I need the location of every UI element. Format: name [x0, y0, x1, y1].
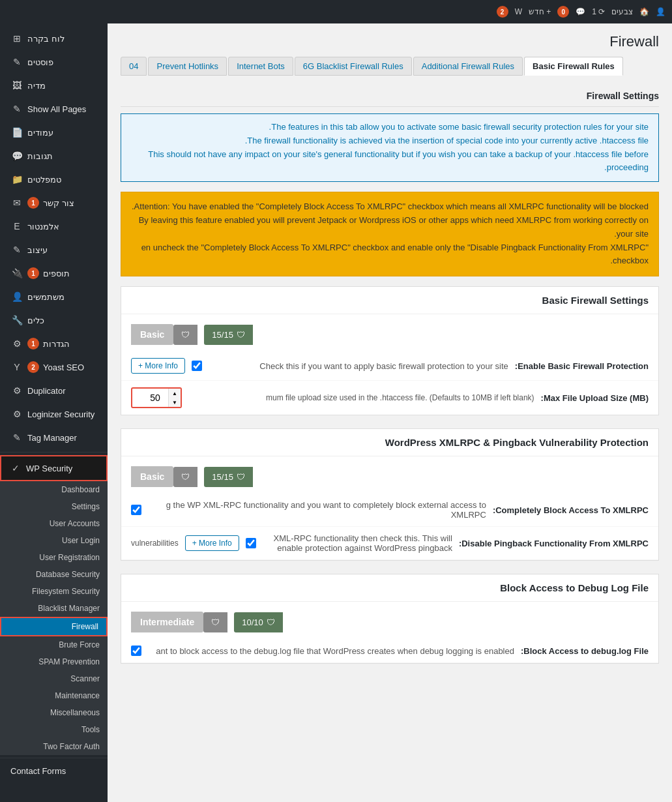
sidebar-item-pages[interactable]: עמודים 📄	[0, 121, 108, 144]
sidebar-item-comments[interactable]: תגובות 💬	[0, 144, 108, 168]
sidebar-sub-miscellaneous[interactable]: Miscellaneous	[0, 704, 108, 721]
sidebar-item-contact[interactable]: צור קשר 1 ✉	[0, 191, 108, 215]
upload-size-desc: mum file upload size used in the .htacce…	[188, 393, 534, 402]
sidebar-sub-user-login[interactable]: User Login	[0, 532, 108, 549]
sidebar-item-label: צור קשר	[43, 198, 74, 208]
settings-badge: 1	[27, 338, 39, 349]
disable-pingback-checkbox[interactable]	[246, 538, 256, 548]
sidebar-item-elementor[interactable]: אלמנטור E	[0, 215, 108, 238]
sidebar-sub-scanner[interactable]: Scanner	[0, 670, 108, 687]
sub-label: Brute Force	[59, 640, 100, 649]
sidebar-divider	[0, 452, 108, 453]
block-xmlrpc-checkbox[interactable]	[131, 505, 141, 515]
sidebar-item-loginizer[interactable]: Loginizer Security ⚙	[0, 402, 108, 426]
block-xmlrpc-label: Completely Block Access To XMLRPC:	[493, 505, 649, 515]
dashboard-icon: ⊞	[10, 32, 23, 45]
sidebar-item-label: Duplicator	[27, 386, 66, 396]
enable-firewall-checkbox[interactable]	[192, 361, 202, 371]
admin-badge-0: 0	[557, 6, 569, 18]
admin-sites-label[interactable]: צבעים	[611, 7, 633, 16]
badge-num: 1	[592, 7, 596, 16]
sidebar-item-wp-security[interactable]: WP Security ✓	[0, 455, 108, 481]
block-debug-row: Block Access to debug.log File: ant to b…	[121, 639, 658, 663]
xmlrpc-shield-green: 🛡 15/15	[204, 467, 253, 487]
sub-label: Maintenance	[55, 691, 100, 700]
sidebar-item-plugins[interactable]: תוספים 1 🔌	[0, 261, 108, 285]
sub-label: Scanner	[70, 674, 100, 683]
admin-home-icon[interactable]: 🏠	[639, 7, 649, 16]
enable-firewall-more-info[interactable]: More Info +	[131, 358, 185, 374]
sidebar-item-dashboard[interactable]: לוח בקרה ⊞	[0, 27, 108, 50]
pingback-more-info[interactable]: More Info +	[185, 535, 239, 551]
sidebar-item-contact-forms[interactable]: Contact Forms	[0, 761, 108, 781]
xmlrpc-shield-grey: 🛡	[173, 467, 197, 487]
sidebar-sub-spam-prevention[interactable]: SPAM Prevention	[0, 653, 108, 670]
upload-size-label: Max File Upload Size (MB):	[541, 393, 649, 403]
tab-prevent-hotlinks[interactable]: Prevent Hotlinks	[148, 57, 227, 76]
sidebar-item-show-all-pages[interactable]: Show All Pages ✎	[0, 97, 108, 121]
sidebar-sub-blacklist-manager[interactable]: Blacklist Manager	[0, 600, 108, 617]
tab-basic-firewall[interactable]: Basic Firewall Rules	[524, 57, 623, 76]
yoast-icon: Y	[10, 361, 23, 374]
sub-label: User Registration	[39, 553, 100, 562]
content-area: Firewall 04 Prevent Hotlinks Internet Bo…	[108, 23, 672, 802]
sidebar-item-users[interactable]: משתמשים 👤	[0, 285, 108, 308]
debug-shield-grey: 🛡	[203, 612, 227, 632]
xmlrpc-score-row: 🛡 15/15 🛡 Basic	[121, 456, 658, 494]
tab-6g-blacklist[interactable]: 6G Blacklist Firewall Rules	[295, 57, 412, 76]
admin-comments-icon[interactable]: 💬	[576, 7, 585, 16]
sidebar-item-settings[interactable]: הגדרות 1 ⚙	[0, 332, 108, 355]
sidebar-item-label: תוספים	[43, 269, 70, 278]
sidebar-sub-brute-force[interactable]: Brute Force	[0, 636, 108, 653]
upload-size-input[interactable]	[132, 389, 168, 406]
sidebar-item-tools[interactable]: כלים 🔧	[0, 308, 108, 332]
sidebar-sub-settings[interactable]: Settings	[0, 498, 108, 515]
sidebar-item-duplicator[interactable]: Duplicator ⚙	[0, 379, 108, 402]
tab-internet-bots[interactable]: Internet Bots	[228, 57, 293, 76]
sidebar-item-templates[interactable]: טמפלטים 📁	[0, 168, 108, 191]
pages-icon: 📄	[10, 126, 23, 139]
elementor-icon: E	[10, 220, 23, 233]
sidebar-sub-two-factor-auth[interactable]: Two Factor Auth	[0, 738, 108, 755]
loginizer-icon: ⚙	[10, 408, 23, 421]
sub-label: Tools	[81, 725, 100, 734]
spinner-down[interactable]: ▼	[169, 398, 181, 407]
sidebar-sub-database-security[interactable]: Database Security	[0, 566, 108, 583]
tab-04[interactable]: 04	[121, 57, 147, 76]
sidebar-sub-maintenance[interactable]: Maintenance	[0, 687, 108, 704]
templates-icon: 📁	[10, 173, 23, 186]
sub-label: Settings	[72, 502, 100, 511]
admin-wp-icon[interactable]: W	[515, 7, 522, 16]
spinner-up[interactable]: ▲	[169, 389, 181, 398]
sidebar-item-design[interactable]: עיצוב ✎	[0, 238, 108, 261]
page-title: Firewall	[121, 33, 659, 50]
pages-edit-icon: ✎	[10, 102, 23, 115]
sidebar-item-label: עמודים	[27, 128, 53, 138]
sidebar-sub-user-accounts[interactable]: User Accounts	[0, 515, 108, 532]
sidebar-sub-user-registration[interactable]: User Registration	[0, 549, 108, 566]
xmlrpc-shield-check: 🛡	[237, 472, 245, 482]
shield-checkmark: 🛡	[237, 330, 245, 340]
admin-new[interactable]: חדש +	[529, 7, 551, 16]
sidebar-item-label: טמפלטים	[27, 175, 61, 185]
xmlrpc-score-label: Basic	[131, 466, 173, 487]
sidebar-sub-dashboard[interactable]: Dashboard	[0, 481, 108, 498]
sidebar-divider-2	[0, 758, 108, 758]
sidebar-item-yoast[interactable]: Yoast SEO 2 Y	[0, 355, 108, 379]
sidebar-item-posts[interactable]: פוסטים ✎	[0, 50, 108, 74]
admin-avatar[interactable]: 👤	[656, 7, 665, 16]
sidebar-sub-firewall[interactable]: Firewall	[0, 617, 108, 636]
disable-pingback-desc: XML-RPC functionality then check this. T…	[263, 533, 452, 553]
sidebar-item-label: Loginizer Security	[27, 409, 95, 419]
debug-shield-green: 🛡 10/10	[234, 612, 283, 632]
block-debug-checkbox[interactable]	[131, 646, 141, 656]
sidebar-item-label: לוח בקרה	[27, 34, 65, 44]
wp-security-icon: ✓	[9, 462, 22, 475]
sidebar-item-tag-manager[interactable]: Tag Manager ✎	[0, 426, 108, 449]
sidebar-item-label: פוסטים	[27, 57, 53, 67]
sidebar-sub-tools[interactable]: Tools	[0, 721, 108, 738]
tab-additional-firewall[interactable]: Additional Firewall Rules	[413, 57, 523, 76]
sidebar-sub-filesystem-security[interactable]: Filesystem Security	[0, 583, 108, 600]
design-icon: ✎	[10, 243, 23, 256]
sidebar-item-media[interactable]: מדיה 🖼	[0, 74, 108, 97]
